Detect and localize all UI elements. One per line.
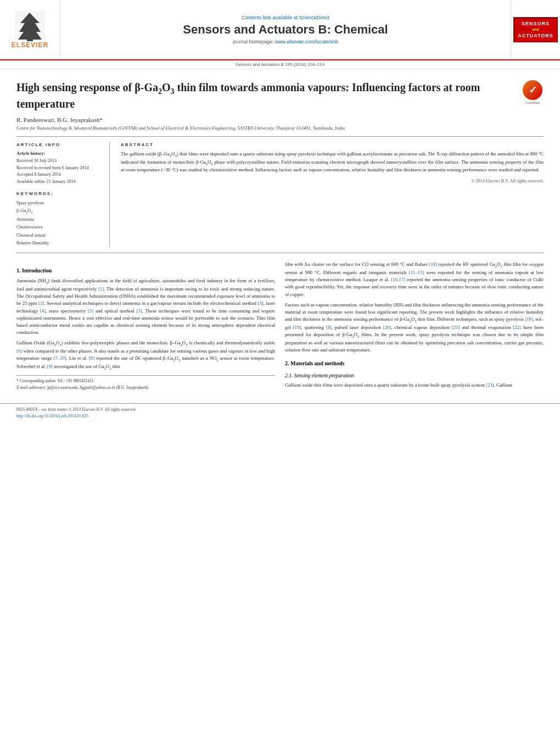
article-info-column: ARTICLE INFO Article history: Received 3… xyxy=(16,142,110,247)
section2-title: 2. Materials and methods xyxy=(285,359,544,367)
sciencedirect-link: Contents lists available at ScienceDirec… xyxy=(242,15,329,20)
received-date2: Received in revised form 6 January 2014 xyxy=(16,165,89,170)
page-reference: Sensors and Actuators B 195 (2014) 206–2… xyxy=(0,60,560,69)
sensors-actuators-logo: SENSORS and ACTUATORS xyxy=(511,0,560,59)
section1-label: Introduction xyxy=(22,267,52,274)
received-date1: Received 30 July 2013 xyxy=(16,158,57,163)
right-text-column: film with Au cluster on the surface for … xyxy=(285,261,544,392)
footnote-email: E-mail addresses: jp@ece.sastra.edu, bgj… xyxy=(16,384,275,390)
footnote: * Corresponding author. Tel.: +91 986542… xyxy=(16,375,275,390)
right-para2: Factors such as vapour concentration, re… xyxy=(285,302,544,354)
elsevier-logo: ELSEVIER xyxy=(0,0,60,59)
section2-label: Materials and methods xyxy=(290,360,344,366)
section1-num: 1. xyxy=(16,267,21,274)
section21-title: 2.1. Sensing element preparation xyxy=(285,372,544,380)
crossmark-badge: ✓ CrossMark xyxy=(522,80,544,104)
footer-copyright: 0925-4005/$ – see front matter © 2014 El… xyxy=(16,407,544,412)
crossmark-text: CrossMark xyxy=(525,101,540,104)
sensors-logo-sensors: SENSORS xyxy=(518,20,553,27)
abstract-column: ABSTRACT The gallium oxide (β–Ga2O3) thi… xyxy=(121,142,544,247)
intro-para1: Ammonia (NH3) finds diversified applicat… xyxy=(16,277,275,336)
sensors-logo-actuators: ACTUATORS xyxy=(518,32,553,40)
page-footer: 0925-4005/$ – see front matter © 2014 El… xyxy=(0,403,560,422)
main-columns: 1. Introduction Ammonia (NH3) finds dive… xyxy=(16,261,544,392)
footnote-corresponding: * Corresponding author. Tel.: +91 986542… xyxy=(16,378,275,384)
article-history: Article history: Received 30 July 2013 R… xyxy=(16,150,103,186)
article-meta-row: ARTICLE INFO Article history: Received 3… xyxy=(16,142,544,253)
journal-header: Contents lists available at ScienceDirec… xyxy=(60,0,511,59)
homepage-link[interactable]: www.elsevier.com/locate/snb xyxy=(275,39,338,44)
history-label: Article history: xyxy=(16,151,45,156)
article-affiliation: Centre for Nanotechnology & Advanced Bio… xyxy=(16,125,511,132)
journal-banner: ELSEVIER Contents lists available at Sci… xyxy=(0,0,560,60)
abstract-header: ABSTRACT xyxy=(121,142,544,147)
keywords-list: Spray pyrolysis β–Ga2O3 Ammonia Chemires… xyxy=(16,199,103,247)
journal-homepage: journal homepage: www.elsevier.com/locat… xyxy=(233,39,338,44)
section1-title: 1. Introduction xyxy=(16,266,275,275)
journal-title: Sensors and Actuators B: Chemical xyxy=(183,23,388,37)
footer-doi: http://dx.doi.org/10.1016/j.snb.2014.01.… xyxy=(16,414,544,419)
elsevier-text: ELSEVIER xyxy=(12,41,48,49)
doi-link[interactable]: http://dx.doi.org/10.1016/j.snb.2014.01.… xyxy=(16,414,88,419)
abstract-text: The gallium oxide (β–Ga2O3) thin films w… xyxy=(121,150,544,174)
section2-num: 2. xyxy=(285,360,289,366)
article-info-header: ARTICLE INFO xyxy=(16,142,103,147)
sensors-logo-box: SENSORS and ACTUATORS xyxy=(513,17,558,43)
article-content: High sensing response of β-Ga2O3 thin fi… xyxy=(0,69,560,403)
sensors-logo-and: and xyxy=(518,27,553,32)
keywords-section: Keywords: Spray pyrolysis β–Ga2O3 Ammoni… xyxy=(16,191,103,247)
article-title-section: High sensing response of β-Ga2O3 thin fi… xyxy=(16,80,544,137)
elsevier-tree-icon xyxy=(15,11,45,41)
right-para3: Gallium oxide thin films were deposited … xyxy=(285,382,544,389)
accepted-date: Accepted 8 January 2014 xyxy=(16,172,61,177)
intro-para2: Gallium Oxide (Ga2O3) exhibits five-poly… xyxy=(16,339,275,371)
copyright: © 2014 Elsevier B.V. All rights reserved… xyxy=(121,178,544,183)
article-authors: R. Pandeeswari, B.G. Jeyaprakash* xyxy=(16,116,511,123)
left-text-column: 1. Introduction Ammonia (NH3) finds dive… xyxy=(16,261,275,392)
available-date: Available online 21 January 2014 xyxy=(16,179,75,184)
keywords-header: Keywords: xyxy=(16,191,103,196)
article-title: High sensing response of β-Ga2O3 thin fi… xyxy=(16,80,511,111)
sciencedirect-anchor[interactable]: ScienceDirect xyxy=(299,15,330,20)
article-title-text: High sensing response of β-Ga2O3 thin fi… xyxy=(16,80,511,132)
crossmark-icon: ✓ xyxy=(523,80,542,100)
right-para1: film with Au cluster on the surface for … xyxy=(285,261,544,298)
